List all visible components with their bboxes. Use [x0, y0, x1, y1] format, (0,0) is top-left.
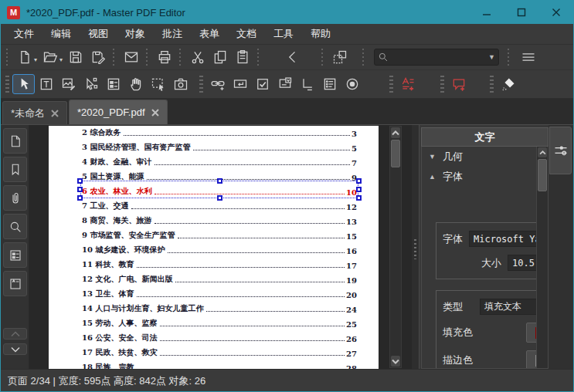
toc-entry[interactable]: 4 财政、金融、审计7: [82, 153, 357, 167]
search-input[interactable]: [389, 52, 488, 63]
toolbar-grip[interactable]: [321, 49, 325, 66]
minimize-button[interactable]: [469, 1, 504, 24]
combobox-field-button[interactable]: [273, 74, 296, 94]
selection-handle[interactable]: [217, 178, 222, 184]
toc-entry[interactable]: 13 卫生、体育20: [82, 285, 357, 299]
select-tool-button[interactable]: [12, 74, 35, 94]
bookmarks-panel-button[interactable]: [3, 157, 27, 182]
scroll-down-icon[interactable]: [391, 356, 400, 367]
panel-splitter[interactable]: [412, 125, 419, 369]
toc-entry[interactable]: 2 综合政务3: [82, 126, 357, 138]
select-area-button[interactable]: [147, 74, 169, 94]
tab-close-icon[interactable]: [51, 110, 59, 117]
toolbar-grip[interactable]: [507, 49, 511, 66]
close-button[interactable]: [538, 1, 573, 24]
new-document-button[interactable]: [13, 47, 36, 67]
toolbar-grip[interactable]: [389, 76, 393, 93]
menu-edit[interactable]: 编辑: [42, 24, 80, 44]
form-properties-button[interactable]: [102, 74, 124, 94]
selection-handle[interactable]: [77, 187, 83, 192]
copy-button[interactable]: [209, 47, 231, 67]
back-button[interactable]: [281, 47, 304, 67]
toolbar-grip[interactable]: [5, 76, 9, 93]
tab-close-icon[interactable]: [151, 109, 159, 117]
selection-handle[interactable]: [217, 195, 222, 201]
menu-help[interactable]: 帮助: [302, 24, 339, 44]
toolbar-grip[interactable]: [440, 76, 444, 93]
panel-scrollbar-thumb[interactable]: [538, 159, 547, 191]
panel-scroll-up-icon[interactable]: [538, 147, 547, 157]
edit-image-button[interactable]: [57, 74, 80, 94]
toc-entry[interactable]: 3 国民经济管理、国有资产监管5: [82, 138, 357, 153]
search-dropdown-icon[interactable]: ▼: [488, 53, 495, 61]
toc-entry[interactable]: 11 科技、教育17: [82, 255, 357, 270]
add-link-button[interactable]: [206, 74, 229, 94]
attachments-panel-button[interactable]: [3, 185, 27, 211]
toolbar-grip[interactable]: [112, 49, 117, 66]
selection-handle[interactable]: [77, 178, 83, 184]
object-properties-tab[interactable]: [549, 127, 572, 174]
document-scrollbar[interactable]: [389, 126, 402, 368]
toc-entry-selected[interactable]: 6 农业、林业、水利10: [82, 182, 357, 197]
text-field-button[interactable]: [229, 74, 251, 94]
menu-form[interactable]: 表单: [191, 24, 228, 44]
maximize-button[interactable]: [504, 1, 538, 24]
screenshot-button[interactable]: [328, 47, 351, 67]
menu-annotation[interactable]: 批注: [154, 24, 191, 44]
section-font[interactable]: ▲ 字体: [422, 167, 536, 187]
new-document-dropdown-icon[interactable]: ▾: [34, 56, 37, 63]
signature-field-button[interactable]: [296, 74, 318, 94]
menu-view[interactable]: 视图: [80, 24, 117, 44]
callout-annotation-button[interactable]: [447, 74, 470, 94]
fill-type-dropdown[interactable]: 填充文本: [480, 299, 536, 315]
scroll-up-icon[interactable]: [391, 127, 400, 138]
toolbar-grip[interactable]: [256, 49, 261, 66]
toolbar-grip[interactable]: [5, 49, 10, 66]
form-fields-panel-button[interactable]: [3, 271, 27, 296]
toc-entry[interactable]: 14 人口与计划生育、妇女儿童工作24: [82, 299, 357, 314]
tab-untitled[interactable]: *未命名: [2, 101, 67, 124]
snapshot-button[interactable]: [169, 74, 192, 94]
toc-entry[interactable]: 9 市场监管、安全生产监管15: [82, 226, 357, 241]
open-document-dropdown-icon[interactable]: ▾: [59, 56, 63, 63]
menu-object[interactable]: 对象: [117, 24, 154, 44]
sidebar-scroll-down-button[interactable]: [3, 343, 27, 355]
toolbar-grip[interactable]: [145, 49, 150, 66]
text-annotation-button[interactable]: [396, 74, 419, 94]
layers-panel-button[interactable]: [3, 242, 27, 268]
checkbox-field-button[interactable]: [251, 74, 273, 94]
cut-button[interactable]: [186, 47, 209, 67]
collapse-triangle-icon[interactable]: ▼: [429, 153, 436, 161]
toc-entry[interactable]: 17 民政、扶贫、救灾27: [82, 343, 357, 358]
email-button[interactable]: [120, 47, 142, 67]
edit-path-button[interactable]: [80, 74, 102, 94]
selection-handle[interactable]: [356, 178, 362, 184]
listbox-field-button[interactable]: [318, 74, 341, 94]
whiteout-eraser-button[interactable]: [497, 74, 519, 94]
section-geometry[interactable]: ▼ 几何: [422, 147, 536, 167]
toc-entry[interactable]: 18 民族、宗教28: [82, 358, 357, 369]
print-button[interactable]: [153, 47, 175, 67]
scrollbar-thumb[interactable]: [391, 140, 400, 167]
menu-file[interactable]: 文件: [5, 24, 42, 44]
stroke-color-button[interactable]: [526, 350, 536, 368]
tab-2020-pdf[interactable]: *2020_PDF.pdf: [69, 100, 167, 124]
main-menu-button[interactable]: [515, 47, 542, 67]
menu-document[interactable]: 文档: [228, 24, 265, 44]
selection-handle[interactable]: [356, 187, 362, 192]
toc-entry[interactable]: 16 公安、安全、司法26: [82, 329, 357, 343]
edit-text-button[interactable]: [35, 74, 57, 94]
search-panel-button[interactable]: [3, 214, 27, 239]
selection-handle[interactable]: [356, 195, 362, 201]
pages-panel-button[interactable]: [3, 128, 27, 154]
menu-tools[interactable]: 工具: [265, 24, 302, 44]
save-button[interactable]: [64, 47, 87, 67]
hand-tool-button[interactable]: [124, 74, 147, 94]
font-size-field[interactable]: 10.5: [508, 255, 536, 271]
radio-field-button[interactable]: [341, 74, 363, 94]
toc-entry[interactable]: 15 劳动、人事、监察25: [82, 314, 357, 329]
fill-color-button[interactable]: [526, 323, 536, 343]
open-document-button[interactable]: [39, 47, 61, 67]
toolbar-grip[interactable]: [178, 49, 183, 66]
selection-handle[interactable]: [77, 195, 83, 201]
